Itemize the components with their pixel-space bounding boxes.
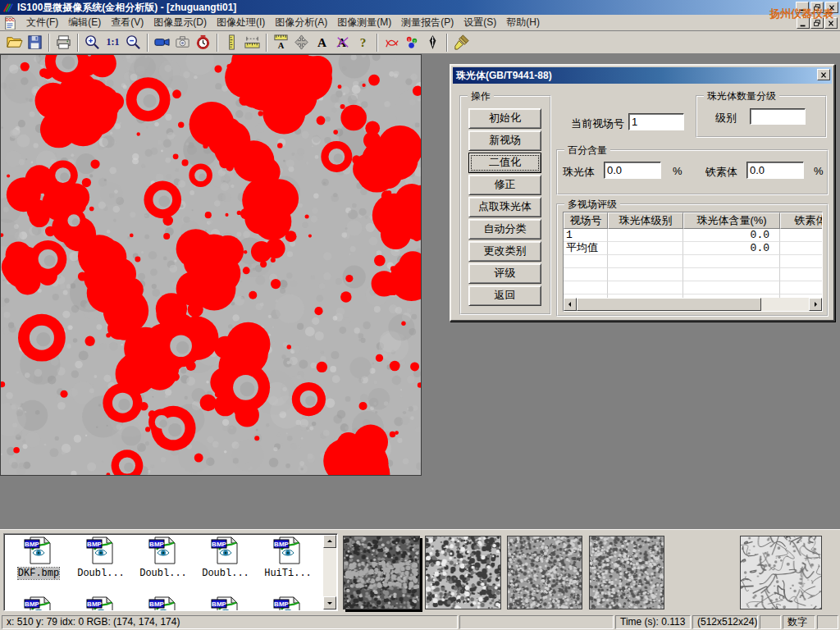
scroll-down-icon[interactable] — [323, 596, 336, 609]
table-row[interactable] — [564, 281, 822, 294]
brush-icon[interactable] — [451, 33, 472, 52]
camera-icon[interactable] — [172, 33, 193, 52]
mdi-close-icon[interactable] — [824, 17, 838, 29]
pearlite-percent-input[interactable] — [604, 162, 661, 179]
table-row[interactable]: 平均值0.0 — [564, 242, 822, 255]
svg-text:?: ? — [360, 35, 367, 49]
svg-text:BMP: BMP — [149, 600, 164, 608]
mdi-minimize-icon[interactable] — [797, 17, 810, 29]
thumbnail-3[interactable] — [507, 536, 582, 609]
table-row[interactable]: 10.0 — [564, 229, 822, 242]
op-button-3[interactable]: 二值化 — [468, 153, 541, 173]
file-item-4[interactable]: BMPDoubl... — [196, 536, 255, 579]
file-item-row2[interactable]: BMP — [258, 596, 317, 611]
file-item-5[interactable]: BMPHuiTi... — [258, 536, 317, 579]
actual-size-icon[interactable]: 1:1 — [103, 33, 123, 52]
table-cell — [608, 229, 683, 242]
status-position: x: 510 y: 79 idx: 0 RGB: (174, 174, 174) — [2, 615, 458, 629]
status-image-size: (512x512x24) — [692, 615, 758, 629]
timer-icon[interactable] — [193, 33, 213, 52]
file-item-row2[interactable]: BMP — [134, 596, 193, 611]
scroll-right-icon[interactable] — [809, 298, 822, 311]
ferrite-percent-input[interactable] — [746, 162, 804, 179]
bmp-file-icon: BMP — [9, 596, 68, 611]
thumbnail-2[interactable] — [425, 536, 501, 609]
svg-text:BMP: BMP — [25, 600, 39, 608]
text-icon[interactable]: A — [312, 33, 332, 52]
open-folder-icon[interactable] — [4, 33, 25, 52]
menu-bar: DOC 文件(F)编辑(E)查看(V)图像显示(D)图像处理(I)图像分析(A)… — [0, 15, 840, 31]
op-button-8[interactable]: 评级 — [468, 263, 541, 284]
table-row[interactable] — [564, 255, 822, 268]
table-hscrollbar[interactable] — [564, 298, 822, 311]
menu-item-9[interactable]: 设置(S) — [459, 14, 501, 31]
help-icon[interactable]: ? — [353, 33, 373, 52]
menu-item-5[interactable]: 图像处理(I) — [212, 14, 270, 31]
column-header-4[interactable]: 铁素体含量(%) — [780, 212, 823, 229]
current-field-input[interactable] — [628, 113, 684, 130]
op-button-5[interactable]: 点取珠光体 — [468, 197, 541, 217]
menu-item-2[interactable]: 编辑(E) — [63, 14, 106, 31]
file-item-2[interactable]: BMPDoubl... — [71, 536, 130, 579]
operation-group-label: 操作 — [468, 89, 494, 103]
dialog-close-icon[interactable] — [817, 69, 830, 80]
file-browser-vscrollbar[interactable] — [323, 535, 336, 609]
measure-text-icon[interactable]: A — [271, 33, 291, 52]
table-cell — [564, 268, 608, 281]
thumbnail-5[interactable] — [740, 536, 822, 609]
count-points-icon[interactable]: 12 — [402, 33, 422, 52]
video-camera-icon[interactable] — [152, 33, 172, 52]
dialog-title-bar[interactable]: 珠光体(GB/T9441-88) — [453, 67, 832, 84]
restore-icon[interactable] — [810, 2, 824, 13]
op-button-6[interactable]: 自动分类 — [468, 219, 541, 240]
curve-icon[interactable] — [381, 33, 402, 52]
menu-items: 文件(F)编辑(E)查看(V)图像显示(D)图像处理(I)图像分析(A)图像测量… — [21, 14, 545, 31]
op-button-7[interactable]: 更改类别 — [468, 241, 541, 262]
zoom-in-icon[interactable] — [82, 33, 103, 52]
table-cell — [683, 268, 780, 281]
file-item-row2[interactable]: BMP — [71, 596, 130, 611]
thumbnail-1[interactable] — [343, 536, 420, 609]
metallographic-image[interactable] — [0, 54, 422, 476]
print-icon[interactable] — [53, 33, 74, 52]
minimize-icon[interactable] — [796, 2, 809, 13]
svg-text:BMP: BMP — [274, 600, 289, 608]
column-header-1[interactable]: 视场号 — [564, 212, 608, 229]
op-button-4[interactable]: 修正 — [468, 175, 541, 195]
scroll-left-icon[interactable] — [564, 298, 577, 311]
table-cell — [564, 255, 608, 268]
menu-item-7[interactable]: 图像测量(M) — [332, 14, 396, 31]
menu-item-4[interactable]: 图像显示(D) — [148, 14, 212, 31]
scroll-up-icon[interactable] — [323, 535, 336, 548]
hscroll-thumb[interactable] — [577, 298, 761, 311]
svg-text:A: A — [317, 35, 326, 49]
mdi-restore-icon[interactable] — [810, 17, 824, 29]
close-icon[interactable] — [825, 2, 838, 13]
menu-item-10[interactable]: 帮助(H) — [501, 14, 545, 31]
menu-item-8[interactable]: 测量报告(P) — [396, 14, 459, 31]
menu-item-1[interactable]: 文件(F) — [21, 14, 63, 31]
operation-group: 操作 初始化新视场二值化修正点取珠光体自动分类更改类别评级返回 — [459, 95, 551, 315]
file-item-row2[interactable]: BMP — [196, 596, 255, 611]
level-input[interactable] — [750, 108, 806, 125]
op-button-2[interactable]: 新视场 — [468, 130, 541, 151]
column-header-2[interactable]: 珠光体级别 — [608, 212, 683, 229]
save-icon[interactable] — [25, 33, 45, 52]
menu-item-6[interactable]: 图像分析(A) — [270, 14, 332, 31]
text-strike-icon[interactable]: A — [332, 33, 353, 52]
caliper-icon[interactable] — [221, 33, 242, 52]
zoom-out-icon[interactable] — [123, 33, 144, 52]
file-item-row2[interactable]: BMP — [9, 596, 68, 611]
file-item-3[interactable]: BMPDoubl... — [134, 536, 193, 579]
table-row[interactable] — [564, 268, 822, 281]
file-item-1[interactable]: BMPDKF.bmp — [9, 536, 68, 579]
menu-item-3[interactable]: 查看(V) — [106, 14, 148, 31]
ferrite-label: 铁素体 — [705, 165, 737, 180]
move-icon[interactable] — [291, 33, 312, 52]
column-header-3[interactable]: 珠光体含量(%) — [683, 212, 780, 229]
op-button-9[interactable]: 返回 — [468, 285, 541, 306]
op-button-1[interactable]: 初始化 — [468, 108, 541, 129]
ruler-icon[interactable] — [242, 33, 262, 52]
thumbnail-4[interactable] — [589, 536, 664, 609]
pen-icon[interactable] — [422, 33, 443, 52]
